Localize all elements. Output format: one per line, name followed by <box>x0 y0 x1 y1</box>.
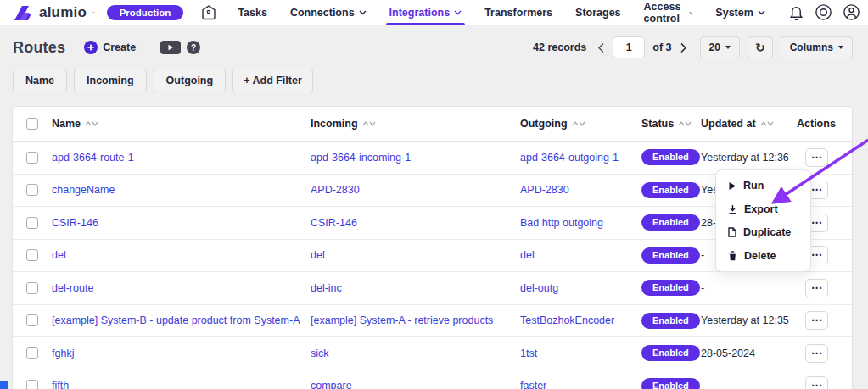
row-checkbox[interactable] <box>26 217 38 229</box>
route-name-link[interactable]: del <box>52 249 311 261</box>
status-badge: Enabled <box>641 345 700 361</box>
nav-item-label: Connections <box>290 7 355 19</box>
main-nav: Tasks Connections Integrations Transform… <box>238 0 787 25</box>
incoming-link[interactable]: compare <box>311 380 520 389</box>
menu-item-delete[interactable]: Delete <box>716 245 810 267</box>
page-number-input[interactable] <box>613 36 645 58</box>
sort-icons[interactable] <box>571 120 585 127</box>
row-actions-button[interactable]: ⋯ <box>805 148 828 167</box>
outgoing-link[interactable]: TestBozhokEncoder <box>520 314 641 326</box>
outgoing-link[interactable]: faster <box>520 380 641 389</box>
route-name-link[interactable]: del-route <box>52 282 311 294</box>
home-button[interactable] <box>200 4 217 21</box>
columns-button[interactable]: Columns <box>781 36 853 58</box>
prev-page-button[interactable] <box>597 42 605 53</box>
sort-icons[interactable] <box>361 120 376 127</box>
create-button-label: Create <box>103 42 136 53</box>
page-title: Routes <box>13 39 65 57</box>
add-filter-button[interactable]: + Add Filter <box>232 69 313 92</box>
nav-item-label: Access control <box>644 1 685 25</box>
create-button[interactable]: Create <box>84 41 136 54</box>
play-icon <box>167 44 174 51</box>
updated-at-value: Yesterday at 12:36 <box>701 152 794 164</box>
incoming-link[interactable]: sick <box>311 347 520 359</box>
route-name-link[interactable]: changeName <box>52 184 311 196</box>
user-icon <box>843 3 860 21</box>
row-actions-button[interactable]: ⋯ <box>805 311 828 330</box>
nav-item-integrations[interactable]: Integrations <box>389 0 462 25</box>
next-page-button[interactable] <box>680 42 687 53</box>
sort-icons[interactable] <box>84 120 98 127</box>
status-badge: Enabled <box>641 280 700 296</box>
row-checkbox[interactable] <box>26 152 38 164</box>
nav-item-tasks[interactable]: Tasks <box>238 0 267 25</box>
row-actions-button[interactable]: ⋯ <box>805 376 828 389</box>
sort-icons[interactable] <box>759 120 774 127</box>
video-tutorial-button[interactable] <box>160 41 181 54</box>
outgoing-link[interactable]: APD-2830 <box>520 184 641 196</box>
help-button[interactable]: ? <box>187 41 200 54</box>
route-name-link[interactable]: fghkj <box>52 347 311 359</box>
route-name-link[interactable]: fifth <box>52 380 311 389</box>
refresh-button[interactable]: ↻ <box>748 36 773 58</box>
chevron-down-icon <box>689 10 693 15</box>
route-name-link[interactable]: [example] System-B - update product from… <box>52 314 311 326</box>
incoming-link[interactable]: CSIR-146 <box>311 217 520 229</box>
alumio-logo[interactable]: alumio· <box>12 4 95 21</box>
incoming-link[interactable]: [example] System-A - retrieve products <box>311 314 520 326</box>
row-checkbox[interactable] <box>26 380 38 389</box>
outgoing-link[interactable]: Bad http outgoing <box>520 217 641 229</box>
filter-chip-name[interactable]: Name <box>13 69 67 92</box>
route-name-link[interactable]: apd-3664-route-1 <box>52 152 311 164</box>
column-header-incoming[interactable]: Incoming <box>311 118 520 130</box>
chevron-right-icon <box>680 42 687 53</box>
sort-icons[interactable] <box>677 120 692 127</box>
nav-item-system[interactable]: System <box>715 0 764 25</box>
page-size-select[interactable]: 20 <box>700 36 740 58</box>
updated-at-value: 28-05-2024 <box>701 347 794 359</box>
incoming-link[interactable]: APD-2830 <box>311 184 520 196</box>
nav-item-connections[interactable]: Connections <box>290 0 367 25</box>
row-actions-button[interactable]: ⋯ <box>805 344 828 363</box>
row-actions-button[interactable]: ⋯ <box>805 279 828 297</box>
nav-item-transformers[interactable]: Transformers <box>484 0 552 25</box>
column-header-status[interactable]: Status <box>641 118 701 130</box>
support-button[interactable] <box>815 3 832 21</box>
outgoing-link[interactable]: del <box>520 249 641 261</box>
incoming-link[interactable]: apd-3664-incoming-1 <box>311 152 520 164</box>
incoming-link[interactable]: del-inc <box>311 282 520 294</box>
row-checkbox[interactable] <box>26 184 38 196</box>
column-header-outgoing[interactable]: Outgoing <box>520 118 641 130</box>
nav-item-access-control[interactable]: Access control <box>644 0 693 25</box>
duplicate-icon <box>728 227 736 237</box>
menu-item-run[interactable]: Run <box>716 175 810 197</box>
status-badge: Enabled <box>641 182 700 198</box>
table-row: fghkj sick 1tst Enabled 28-05-2024 ⋯ <box>13 337 852 370</box>
route-name-link[interactable]: CSIR-146 <box>52 217 311 229</box>
filter-chip-incoming[interactable]: Incoming <box>74 69 147 92</box>
chevron-down-icon <box>758 10 765 15</box>
outgoing-link[interactable]: apd-3664-outgoing-1 <box>520 152 641 164</box>
run-icon <box>728 181 736 191</box>
row-checkbox[interactable] <box>26 282 38 294</box>
row-checkbox[interactable] <box>26 347 38 359</box>
bottom-left-blue-fragment <box>0 381 8 389</box>
outgoing-link[interactable]: del-outg <box>520 282 641 294</box>
table-header-row: Name Incoming Outgoing Status Updated at… <box>13 107 852 142</box>
incoming-link[interactable]: del <box>311 249 520 261</box>
select-all-checkbox[interactable] <box>26 118 38 130</box>
column-header-name[interactable]: Name <box>52 118 311 130</box>
nav-item-storages[interactable]: Storages <box>575 0 621 25</box>
outgoing-link[interactable]: 1tst <box>520 347 641 359</box>
row-checkbox[interactable] <box>26 314 38 326</box>
row-checkbox[interactable] <box>26 249 38 261</box>
menu-item-duplicate[interactable]: Duplicate <box>716 221 810 243</box>
notifications-button[interactable] <box>788 4 804 20</box>
column-header-updated-at[interactable]: Updated at <box>701 118 794 130</box>
delete-trash-icon <box>728 251 737 261</box>
menu-item-export[interactable]: Export <box>716 198 810 220</box>
column-header-actions: Actions <box>794 118 852 130</box>
account-button[interactable] <box>843 3 860 21</box>
nav-item-label: System <box>715 7 753 19</box>
filter-chip-outgoing[interactable]: Outgoing <box>154 69 227 92</box>
